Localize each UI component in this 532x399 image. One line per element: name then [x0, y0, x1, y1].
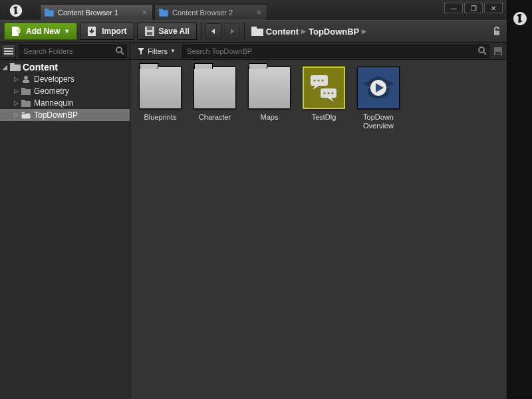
chevron-right-icon: ▶: [362, 28, 366, 35]
window-controls: — ❐ ✕: [444, 3, 503, 13]
tab-icon: [45, 9, 54, 17]
svg-rect-12: [251, 27, 257, 29]
tree-item-mannequin[interactable]: ▷ Mannequin: [0, 97, 130, 109]
save-thumbnail-button[interactable]: [492, 45, 504, 57]
search-assets-input[interactable]: [182, 45, 489, 58]
asset-topdown-overview[interactable]: TopDown Overview: [352, 66, 404, 130]
button-label: Add New: [26, 27, 60, 36]
chevron-right-icon: ▷: [13, 112, 19, 118]
tab-label: Content Browser 1: [58, 9, 118, 17]
folder-tree: ◢ Content ▷ Developers ▷ Geometry ▷: [0, 60, 130, 399]
asset-label: TopDown Overview: [363, 113, 394, 130]
svg-rect-26: [21, 100, 25, 102]
svg-rect-0: [45, 10, 54, 17]
svg-point-36: [321, 79, 323, 81]
svg-rect-6: [19, 29, 20, 33]
filters-button[interactable]: Filters ▼: [133, 45, 180, 58]
asset-label: Blueprints: [144, 113, 177, 130]
tree-root-content[interactable]: ◢ Content: [0, 61, 130, 73]
tab-content-browser-1[interactable]: Content Browser 1 ×: [40, 4, 153, 20]
svg-rect-10: [147, 27, 152, 30]
tree-item-developers[interactable]: ▷ Developers: [0, 73, 130, 85]
folder-icon: [21, 86, 32, 96]
chevron-down-icon: ▼: [64, 28, 70, 35]
folder-icon: [10, 63, 21, 72]
svg-point-35: [317, 79, 319, 81]
chevron-right-icon: ▷: [13, 76, 19, 82]
asset-testdlg[interactable]: TestDlg: [298, 66, 350, 130]
user-icon: [21, 74, 32, 84]
breadcrumb: Content ▶ TopDownBP ▶: [251, 27, 366, 37]
svg-rect-14: [4, 48, 13, 49]
svg-point-21: [24, 76, 28, 80]
titlebar: Content Browser 1 × Content Browser 2 × …: [0, 0, 507, 20]
tree-item-geometry[interactable]: ▷ Geometry: [0, 85, 130, 97]
asset-grid: Blueprints Character Maps: [130, 60, 507, 399]
tree-label: Mannequin: [34, 98, 73, 108]
folder-icon: [251, 27, 263, 36]
button-label: Save All: [159, 27, 190, 36]
svg-point-34: [313, 79, 315, 81]
asset-label: Maps: [261, 113, 279, 130]
breadcrumb-item[interactable]: TopDownBP: [309, 27, 359, 37]
nav-forward-button[interactable]: [224, 23, 240, 39]
svg-rect-15: [4, 51, 13, 52]
tree-label: Content: [23, 62, 58, 72]
svg-rect-2: [159, 10, 168, 17]
asset-view: Filters ▼ Blueprints: [130, 43, 507, 399]
add-new-button[interactable]: Add New ▼: [4, 23, 77, 40]
svg-rect-25: [21, 101, 31, 107]
close-icon[interactable]: ×: [256, 7, 261, 17]
folder-icon: [21, 98, 32, 108]
docked-sidebar-strip: [507, 0, 532, 399]
filters-label: Filters: [148, 47, 168, 55]
svg-rect-20: [10, 63, 15, 65]
tree-item-topdownbp[interactable]: ▷ TopDownBP: [0, 109, 130, 121]
close-icon[interactable]: ×: [142, 7, 147, 17]
svg-rect-9: [147, 32, 152, 35]
svg-rect-16: [4, 53, 13, 55]
tree-label: Developers: [34, 74, 74, 84]
close-button[interactable]: ✕: [484, 3, 503, 13]
tab-content-browser-2[interactable]: Content Browser 2 ×: [154, 4, 267, 20]
svg-rect-23: [21, 89, 31, 95]
svg-rect-32: [495, 52, 501, 55]
svg-rect-19: [10, 65, 21, 71]
maximize-button[interactable]: ❐: [464, 3, 483, 13]
import-button[interactable]: Import: [80, 23, 134, 40]
lock-icon[interactable]: [491, 25, 503, 37]
svg-point-38: [324, 92, 326, 94]
asset-label: TestDlg: [312, 113, 336, 130]
asset-folder-maps[interactable]: Maps: [243, 66, 295, 130]
breadcrumb-item-root[interactable]: Content: [266, 27, 299, 37]
tree-label: TopDownBP: [34, 110, 78, 120]
chevron-down-icon: ◢: [1, 64, 8, 70]
asset-folder-blueprints[interactable]: Blueprints: [134, 66, 186, 130]
filter-icon: [137, 47, 145, 55]
svg-rect-28: [21, 112, 25, 114]
save-icon: [144, 26, 155, 37]
folder-icon: [21, 110, 32, 120]
minimize-button[interactable]: —: [444, 3, 463, 13]
asset-label: Character: [199, 113, 231, 130]
tree-label: Geometry: [34, 86, 69, 96]
chevron-right-icon: ▶: [301, 28, 306, 35]
svg-rect-1: [45, 9, 49, 11]
file-plus-icon: [11, 26, 22, 37]
save-all-button[interactable]: Save All: [137, 23, 197, 40]
chevron-right-icon: ▷: [13, 100, 19, 106]
tab-bar: Content Browser 1 × Content Browser 2 ×: [40, 3, 267, 20]
svg-rect-22: [23, 80, 29, 83]
import-icon: [87, 26, 98, 37]
svg-rect-11: [251, 29, 263, 36]
collapse-sources-button[interactable]: [1, 45, 16, 58]
toolbar: Add New ▼ Import Save All Content: [0, 20, 507, 43]
tutorial-asset-icon: [357, 66, 400, 109]
button-label: Import: [102, 27, 126, 36]
dialog-asset-icon: [303, 66, 345, 109]
asset-folder-character[interactable]: Character: [189, 66, 241, 130]
search-folders-input[interactable]: [19, 45, 127, 58]
nav-back-button[interactable]: [205, 23, 221, 39]
folder-icon: [139, 66, 182, 109]
svg-rect-13: [494, 31, 499, 35]
